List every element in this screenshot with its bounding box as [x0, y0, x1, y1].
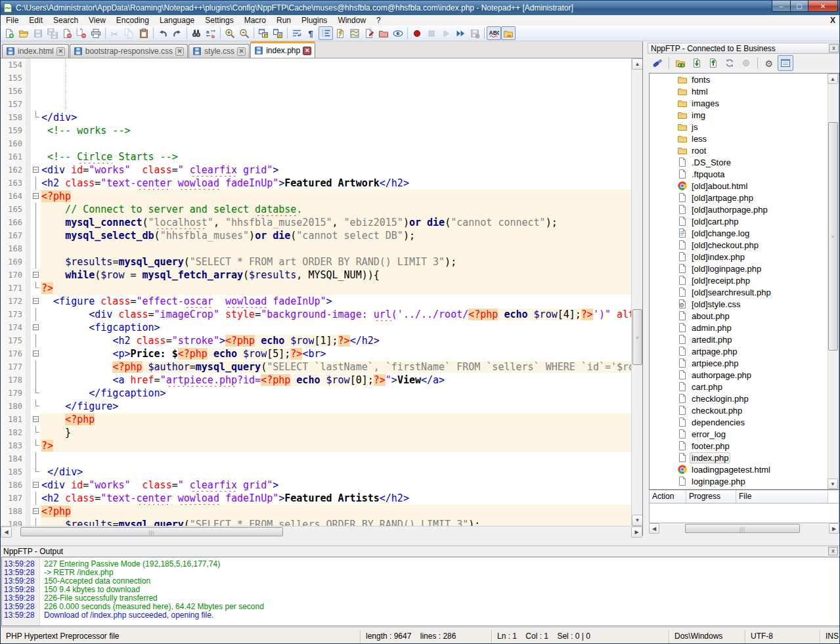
tree-item--old-receipt-php[interactable]: [old]receipt.php	[650, 274, 839, 286]
tab-close-icon[interactable]: ✕	[303, 47, 311, 55]
fold-collapse-icon[interactable]: –	[33, 324, 39, 330]
bookmark-margin[interactable]	[26, 282, 31, 295]
refresh-icon[interactable]	[722, 55, 738, 71]
sync-v-icon[interactable]	[256, 26, 271, 40]
minimize-button[interactable]: –	[772, 1, 791, 12]
close-file-icon[interactable]	[60, 26, 74, 40]
tree-item--old-authorpage-php[interactable]: [old]authorpage.php	[650, 204, 839, 215]
editor-vertical-scrollbar[interactable]: ▲ ≡ ▼	[631, 58, 642, 526]
tree-item--old-about-html[interactable]: [old]about.html	[650, 180, 839, 192]
fold-margin[interactable]	[31, 242, 40, 255]
fold-collapse-icon[interactable]: –	[33, 351, 39, 356]
cut-icon[interactable]: ✂	[108, 26, 122, 40]
tree-item-img[interactable]: img	[650, 109, 839, 121]
ftp-connect-icon[interactable]	[650, 55, 665, 71]
fold-margin[interactable]: –	[31, 268, 40, 282]
menu-item-language[interactable]: Language	[154, 15, 200, 26]
output-console[interactable]: 13:59:28227 Entering Passive Mode (192,1…	[1, 557, 840, 626]
fold-margin[interactable]	[31, 360, 40, 374]
bookmark-margin[interactable]	[26, 203, 31, 216]
tree-item-artpage-php[interactable]: artpage.php	[650, 345, 839, 357]
fold-margin[interactable]	[31, 518, 40, 526]
fold-margin[interactable]: –	[31, 347, 40, 360]
tree-item-html[interactable]: html	[650, 85, 839, 97]
panel-scroll-left-icon[interactable]: ◀	[649, 523, 659, 534]
fold-margin[interactable]	[31, 400, 40, 413]
bookmark-margin[interactable]	[26, 216, 31, 229]
tree-vscroll-thumb[interactable]: ≡	[828, 122, 838, 351]
redo-icon[interactable]	[170, 26, 185, 40]
editor-vscroll-thumb[interactable]: ≡	[632, 309, 642, 365]
word-wrap-icon[interactable]	[290, 26, 304, 40]
bookmark-margin[interactable]	[26, 426, 31, 439]
fold-collapse-icon[interactable]: –	[33, 416, 39, 422]
fold-collapse-icon[interactable]: –	[33, 272, 39, 278]
menu-item-[interactable]: ?	[371, 15, 386, 26]
tree-vertical-scrollbar[interactable]: ▲ ≡ ▼	[828, 74, 839, 489]
tree-item-admin-php[interactable]: admin.php	[650, 322, 839, 333]
tree-item-checklogin-php[interactable]: checklogin.php	[650, 393, 839, 404]
fold-margin[interactable]	[31, 439, 40, 452]
print-icon[interactable]	[89, 26, 103, 40]
panel-scroll-right-icon[interactable]: ▶	[829, 523, 839, 534]
menu-item-plugins[interactable]: Plugins	[296, 15, 332, 26]
menu-item-macro[interactable]: Macro	[239, 15, 271, 26]
tree-item-index-php[interactable]: index.php	[650, 452, 839, 463]
tree-item--DS-Store[interactable]: .DS_Store	[650, 156, 839, 168]
fold-margin[interactable]: –	[31, 505, 40, 518]
function-list-icon[interactable]	[333, 26, 347, 40]
doc-switcher-icon[interactable]	[362, 26, 376, 40]
title-bar[interactable]: C:\Users\Administrator\AppData\Roaming\N…	[1, 1, 840, 15]
fold-margin[interactable]: –	[31, 190, 40, 203]
close-button[interactable]: ✕	[808, 1, 838, 12]
nppftp-panel-close-icon[interactable]: x	[829, 44, 839, 53]
panel-horizontal-scrollbar[interactable]: ◀ ||| ▶	[649, 523, 839, 534]
download-icon[interactable]	[689, 55, 705, 71]
tree-item--old-loginpage-php[interactable]: [old]loginpage.php	[650, 263, 839, 274]
menu-item-file[interactable]: File	[1, 15, 24, 26]
tab-style-css[interactable]: style.css✕	[188, 44, 250, 58]
tree-item--old-searchresult-php[interactable]: [old]searchresult.php	[650, 286, 839, 298]
fold-margin[interactable]	[31, 282, 40, 295]
bookmark-margin[interactable]	[26, 347, 31, 360]
tree-item-checkout-php[interactable]: checkout.php	[650, 404, 839, 416]
bookmark-margin[interactable]	[26, 387, 31, 400]
editor-horizontal-scrollbar[interactable]: ◀ ||| ▶	[1, 526, 642, 537]
tree-item--old-change-log[interactable]: [old]change.log	[650, 227, 839, 239]
fold-margin[interactable]	[31, 492, 40, 505]
tree-scroll-up-icon[interactable]: ▲	[828, 74, 838, 84]
bookmark-margin[interactable]	[26, 413, 31, 426]
bookmark-margin[interactable]	[26, 360, 31, 374]
column-header-file[interactable]: File	[736, 490, 828, 503]
fold-margin[interactable]	[31, 72, 40, 85]
bookmark-margin[interactable]	[26, 111, 31, 124]
panel-hscroll-thumb[interactable]: |||	[685, 524, 800, 533]
macro-record-icon[interactable]	[410, 26, 424, 40]
tree-item-images[interactable]: images	[650, 97, 839, 109]
fold-collapse-icon[interactable]: –	[33, 167, 39, 173]
bookmark-margin[interactable]	[26, 58, 31, 72]
fold-margin[interactable]: –	[31, 295, 40, 308]
fold-margin[interactable]: –	[31, 479, 40, 492]
menu-item-encoding[interactable]: Encoding	[111, 15, 154, 26]
tree-item--ftpquota[interactable]: .ftpquota	[650, 168, 839, 180]
bookmark-margin[interactable]	[26, 465, 31, 479]
tree-item-root[interactable]: root	[650, 144, 839, 156]
open-file-icon[interactable]	[16, 26, 31, 40]
tab-index-php[interactable]: index.php✕	[250, 41, 315, 58]
fold-margin[interactable]	[31, 374, 40, 387]
tree-item--old-cart-php[interactable]: [old]cart.php	[650, 215, 839, 227]
replace-icon[interactable]: ab	[204, 26, 218, 40]
menu-item-edit[interactable]: Edit	[24, 15, 48, 26]
maximize-button[interactable]: ▢	[791, 1, 808, 12]
scroll-down-arrow-icon[interactable]: ▼	[632, 515, 643, 526]
menubar-close-icon[interactable]: X	[830, 16, 835, 25]
menu-item-window[interactable]: Window	[332, 15, 371, 26]
bookmark-margin[interactable]	[26, 177, 31, 190]
scroll-up-arrow-icon[interactable]: ▲	[632, 58, 643, 70]
bookmark-margin[interactable]	[26, 163, 31, 177]
tree-item-about-php[interactable]: about.php	[650, 310, 839, 322]
indent-guide-icon[interactable]	[319, 26, 333, 40]
scroll-left-arrow-icon[interactable]: ◀	[1, 526, 12, 538]
monitoring-icon[interactable]	[391, 26, 405, 40]
